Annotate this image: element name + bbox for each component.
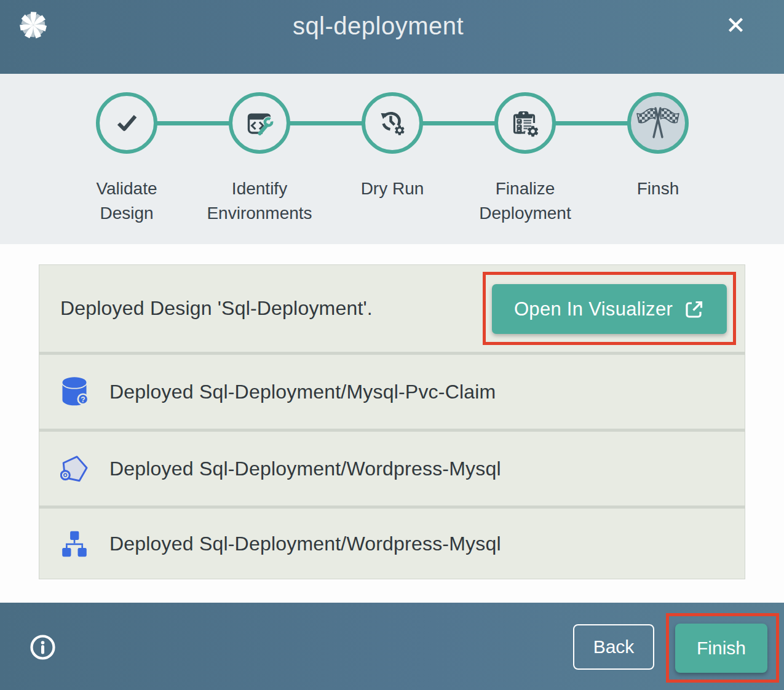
- finish-button[interactable]: Finish: [675, 624, 767, 673]
- back-button[interactable]: Back: [573, 624, 654, 670]
- deployed-item-row: Deployed Sql-Deployment/Wordpress-Mysql: [39, 509, 745, 579]
- open-in-visualizer-button[interactable]: Open In Visualizer: [492, 284, 727, 334]
- step-label-finalize-deployment: Finalize Deployment: [467, 176, 584, 226]
- row-icon-wrapper: ?: [60, 376, 89, 407]
- row-icon-wrapper: [60, 453, 89, 484]
- step-finalize-deployment: [494, 92, 556, 154]
- step-identify-environments: [229, 92, 290, 154]
- open-in-visualizer-label: Open In Visualizer: [514, 298, 673, 320]
- row-icon-wrapper: [60, 528, 89, 559]
- deployed-item-row: Deployed Sql-Deployment/Wordpress-Mysql: [39, 432, 745, 506]
- deployed-item-text: Deployed Sql-Deployment/Wordpress-Mysql: [109, 458, 501, 480]
- step-label-dry-run: Dry Run: [334, 176, 451, 201]
- deployment-stepper: Validate Design Identify Environments: [0, 74, 784, 244]
- step-dry-run: [362, 92, 423, 154]
- deployed-item-text: Deployed Sql-Deployment/Mysql-Pvc-Claim: [109, 381, 496, 403]
- deployed-item-text: Deployed Sql-Deployment/Wordpress-Mysql: [109, 533, 501, 555]
- modal-title: sql-deployment: [0, 12, 756, 39]
- deployed-item-row: ? Deployed Sql-Deployment/Mysql-Pvc-Clai…: [39, 355, 745, 429]
- step-label-identify-environments: Identify Environments: [201, 176, 318, 226]
- step-label-validate-design: Validate Design: [68, 176, 185, 226]
- code-window-wrench-icon: [245, 109, 274, 137]
- deployed-design-text: Deployed Design 'Sql-Deployment'.: [60, 297, 373, 320]
- open-in-new-icon: [684, 299, 705, 320]
- checkered-flags-icon: [636, 106, 679, 140]
- hierarchy-icon: [60, 529, 89, 558]
- modal-header: sql-deployment: [0, 0, 784, 74]
- check-icon: [111, 107, 143, 139]
- deployment-wizard-modal: sql-deployment Validate Design: [0, 0, 784, 690]
- pentagon-icon: [60, 453, 89, 484]
- database-icon: ?: [60, 376, 89, 407]
- clipboard-gear-icon: [510, 108, 540, 138]
- step-validate-design: [96, 92, 157, 154]
- deployment-results: Deployed Design 'Sql-Deployment'. Open I…: [0, 244, 784, 603]
- step-finsh: [627, 92, 689, 154]
- deployed-design-row: Deployed Design 'Sql-Deployment'. Open I…: [39, 265, 745, 352]
- svg-text:?: ?: [81, 395, 85, 404]
- info-icon[interactable]: [30, 635, 55, 660]
- modal-footer: Back Finish: [0, 603, 784, 690]
- step-label-finsh: Finsh: [600, 176, 716, 201]
- history-gear-icon: [378, 108, 407, 138]
- close-icon[interactable]: [724, 14, 747, 36]
- results-list: Deployed Design 'Sql-Deployment'. Open I…: [39, 264, 745, 579]
